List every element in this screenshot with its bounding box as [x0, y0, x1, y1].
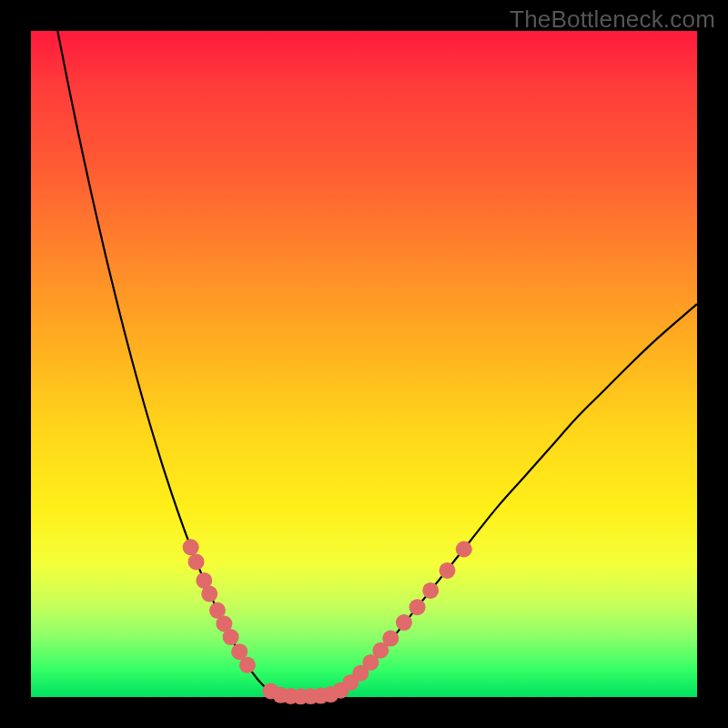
- data-marker: [456, 541, 472, 558]
- data-marker: [239, 657, 256, 673]
- data-markers: [183, 539, 472, 704]
- data-marker: [440, 562, 456, 579]
- data-marker: [183, 539, 199, 555]
- data-marker: [201, 586, 217, 602]
- data-marker: [422, 582, 439, 599]
- chart-svg: [31, 31, 697, 697]
- watermark-text: TheBottleneck.com: [510, 5, 715, 34]
- data-marker: [382, 631, 399, 647]
- data-marker: [410, 599, 426, 615]
- chart-frame: TheBottleneck.com: [0, 0, 728, 728]
- data-marker: [223, 629, 239, 645]
- data-marker: [188, 553, 205, 570]
- data-marker: [396, 614, 412, 631]
- bottleneck-curve: [57, 31, 697, 696]
